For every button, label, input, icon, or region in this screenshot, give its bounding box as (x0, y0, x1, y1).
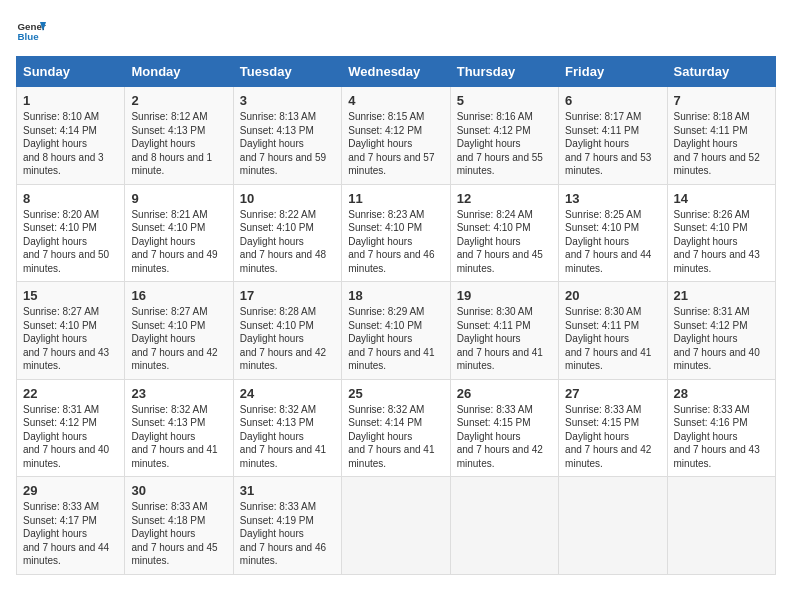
cell-info: Sunrise: 8:18 AMSunset: 4:11 PMDaylight … (674, 111, 760, 176)
day-number: 10 (240, 191, 335, 206)
day-number: 25 (348, 386, 443, 401)
calendar-cell: 1 Sunrise: 8:10 AMSunset: 4:14 PMDayligh… (17, 87, 125, 185)
cell-info: Sunrise: 8:25 AMSunset: 4:10 PMDaylight … (565, 209, 651, 274)
col-header-saturday: Saturday (667, 57, 775, 87)
calendar-cell: 23 Sunrise: 8:32 AMSunset: 4:13 PMDaylig… (125, 379, 233, 477)
week-row-3: 15 Sunrise: 8:27 AMSunset: 4:10 PMDaylig… (17, 282, 776, 380)
cell-info: Sunrise: 8:32 AMSunset: 4:14 PMDaylight … (348, 404, 434, 469)
day-number: 20 (565, 288, 660, 303)
cell-info: Sunrise: 8:26 AMSunset: 4:10 PMDaylight … (674, 209, 760, 274)
cell-info: Sunrise: 8:30 AMSunset: 4:11 PMDaylight … (457, 306, 543, 371)
calendar-cell: 27 Sunrise: 8:33 AMSunset: 4:15 PMDaylig… (559, 379, 667, 477)
calendar-cell: 16 Sunrise: 8:27 AMSunset: 4:10 PMDaylig… (125, 282, 233, 380)
cell-info: Sunrise: 8:31 AMSunset: 4:12 PMDaylight … (674, 306, 760, 371)
calendar-cell (450, 477, 558, 575)
cell-info: Sunrise: 8:33 AMSunset: 4:17 PMDaylight … (23, 501, 109, 566)
day-number: 29 (23, 483, 118, 498)
day-number: 1 (23, 93, 118, 108)
cell-info: Sunrise: 8:33 AMSunset: 4:16 PMDaylight … (674, 404, 760, 469)
day-number: 31 (240, 483, 335, 498)
calendar-cell: 30 Sunrise: 8:33 AMSunset: 4:18 PMDaylig… (125, 477, 233, 575)
calendar-cell: 31 Sunrise: 8:33 AMSunset: 4:19 PMDaylig… (233, 477, 341, 575)
calendar-cell: 6 Sunrise: 8:17 AMSunset: 4:11 PMDayligh… (559, 87, 667, 185)
day-number: 24 (240, 386, 335, 401)
day-number: 9 (131, 191, 226, 206)
calendar-cell (559, 477, 667, 575)
calendar-cell: 4 Sunrise: 8:15 AMSunset: 4:12 PMDayligh… (342, 87, 450, 185)
day-number: 7 (674, 93, 769, 108)
cell-info: Sunrise: 8:32 AMSunset: 4:13 PMDaylight … (240, 404, 326, 469)
day-number: 5 (457, 93, 552, 108)
cell-info: Sunrise: 8:27 AMSunset: 4:10 PMDaylight … (131, 306, 217, 371)
day-number: 2 (131, 93, 226, 108)
cell-info: Sunrise: 8:16 AMSunset: 4:12 PMDaylight … (457, 111, 543, 176)
day-number: 12 (457, 191, 552, 206)
calendar-table: SundayMondayTuesdayWednesdayThursdayFrid… (16, 56, 776, 575)
day-number: 19 (457, 288, 552, 303)
cell-info: Sunrise: 8:13 AMSunset: 4:13 PMDaylight … (240, 111, 326, 176)
col-header-friday: Friday (559, 57, 667, 87)
cell-info: Sunrise: 8:33 AMSunset: 4:15 PMDaylight … (457, 404, 543, 469)
day-number: 16 (131, 288, 226, 303)
day-number: 11 (348, 191, 443, 206)
cell-info: Sunrise: 8:15 AMSunset: 4:12 PMDaylight … (348, 111, 434, 176)
calendar-cell: 15 Sunrise: 8:27 AMSunset: 4:10 PMDaylig… (17, 282, 125, 380)
calendar-cell: 24 Sunrise: 8:32 AMSunset: 4:13 PMDaylig… (233, 379, 341, 477)
cell-info: Sunrise: 8:21 AMSunset: 4:10 PMDaylight … (131, 209, 217, 274)
calendar-cell (342, 477, 450, 575)
calendar-cell: 18 Sunrise: 8:29 AMSunset: 4:10 PMDaylig… (342, 282, 450, 380)
day-number: 14 (674, 191, 769, 206)
calendar-cell: 11 Sunrise: 8:23 AMSunset: 4:10 PMDaylig… (342, 184, 450, 282)
week-row-2: 8 Sunrise: 8:20 AMSunset: 4:10 PMDayligh… (17, 184, 776, 282)
cell-info: Sunrise: 8:12 AMSunset: 4:13 PMDaylight … (131, 111, 212, 176)
calendar-cell: 19 Sunrise: 8:30 AMSunset: 4:11 PMDaylig… (450, 282, 558, 380)
cell-info: Sunrise: 8:33 AMSunset: 4:15 PMDaylight … (565, 404, 651, 469)
page-header: General Blue (16, 16, 776, 46)
col-header-tuesday: Tuesday (233, 57, 341, 87)
day-number: 15 (23, 288, 118, 303)
calendar-cell: 25 Sunrise: 8:32 AMSunset: 4:14 PMDaylig… (342, 379, 450, 477)
calendar-cell: 21 Sunrise: 8:31 AMSunset: 4:12 PMDaylig… (667, 282, 775, 380)
calendar-cell: 12 Sunrise: 8:24 AMSunset: 4:10 PMDaylig… (450, 184, 558, 282)
calendar-cell: 5 Sunrise: 8:16 AMSunset: 4:12 PMDayligh… (450, 87, 558, 185)
day-number: 18 (348, 288, 443, 303)
day-number: 13 (565, 191, 660, 206)
calendar-cell: 17 Sunrise: 8:28 AMSunset: 4:10 PMDaylig… (233, 282, 341, 380)
calendar-cell: 8 Sunrise: 8:20 AMSunset: 4:10 PMDayligh… (17, 184, 125, 282)
calendar-cell: 29 Sunrise: 8:33 AMSunset: 4:17 PMDaylig… (17, 477, 125, 575)
header-row: SundayMondayTuesdayWednesdayThursdayFrid… (17, 57, 776, 87)
logo-icon: General Blue (16, 16, 46, 46)
calendar-cell: 20 Sunrise: 8:30 AMSunset: 4:11 PMDaylig… (559, 282, 667, 380)
calendar-cell (667, 477, 775, 575)
day-number: 6 (565, 93, 660, 108)
week-row-4: 22 Sunrise: 8:31 AMSunset: 4:12 PMDaylig… (17, 379, 776, 477)
day-number: 8 (23, 191, 118, 206)
cell-info: Sunrise: 8:22 AMSunset: 4:10 PMDaylight … (240, 209, 326, 274)
svg-text:Blue: Blue (18, 31, 40, 42)
calendar-cell: 26 Sunrise: 8:33 AMSunset: 4:15 PMDaylig… (450, 379, 558, 477)
calendar-cell: 7 Sunrise: 8:18 AMSunset: 4:11 PMDayligh… (667, 87, 775, 185)
cell-info: Sunrise: 8:31 AMSunset: 4:12 PMDaylight … (23, 404, 109, 469)
cell-info: Sunrise: 8:28 AMSunset: 4:10 PMDaylight … (240, 306, 326, 371)
day-number: 22 (23, 386, 118, 401)
cell-info: Sunrise: 8:32 AMSunset: 4:13 PMDaylight … (131, 404, 217, 469)
day-number: 3 (240, 93, 335, 108)
cell-info: Sunrise: 8:23 AMSunset: 4:10 PMDaylight … (348, 209, 434, 274)
calendar-cell: 3 Sunrise: 8:13 AMSunset: 4:13 PMDayligh… (233, 87, 341, 185)
cell-info: Sunrise: 8:24 AMSunset: 4:10 PMDaylight … (457, 209, 543, 274)
calendar-cell: 28 Sunrise: 8:33 AMSunset: 4:16 PMDaylig… (667, 379, 775, 477)
cell-info: Sunrise: 8:33 AMSunset: 4:18 PMDaylight … (131, 501, 217, 566)
col-header-sunday: Sunday (17, 57, 125, 87)
calendar-cell: 13 Sunrise: 8:25 AMSunset: 4:10 PMDaylig… (559, 184, 667, 282)
day-number: 28 (674, 386, 769, 401)
col-header-monday: Monday (125, 57, 233, 87)
day-number: 17 (240, 288, 335, 303)
calendar-cell: 10 Sunrise: 8:22 AMSunset: 4:10 PMDaylig… (233, 184, 341, 282)
cell-info: Sunrise: 8:20 AMSunset: 4:10 PMDaylight … (23, 209, 109, 274)
day-number: 26 (457, 386, 552, 401)
calendar-cell: 2 Sunrise: 8:12 AMSunset: 4:13 PMDayligh… (125, 87, 233, 185)
col-header-wednesday: Wednesday (342, 57, 450, 87)
day-number: 27 (565, 386, 660, 401)
week-row-1: 1 Sunrise: 8:10 AMSunset: 4:14 PMDayligh… (17, 87, 776, 185)
cell-info: Sunrise: 8:17 AMSunset: 4:11 PMDaylight … (565, 111, 651, 176)
